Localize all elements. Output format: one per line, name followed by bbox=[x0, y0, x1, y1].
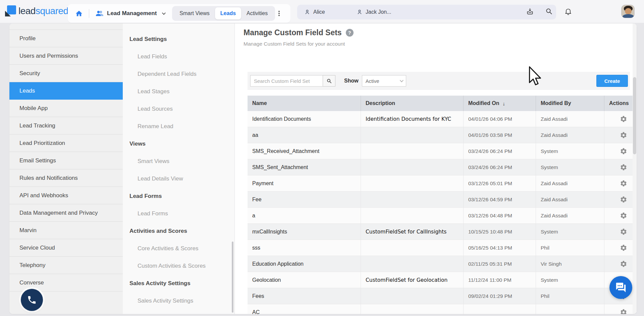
column-header-modified-by[interactable]: Modified By bbox=[536, 96, 604, 111]
submenu-section-views: Views bbox=[123, 135, 234, 153]
phone-call-fab[interactable] bbox=[21, 289, 43, 311]
cell-name: SMS_Received_Attachment bbox=[248, 143, 361, 159]
cell-name: Education Application bbox=[248, 256, 361, 272]
recent-items-bar[interactable]: AliceJack Jon... bbox=[297, 5, 556, 19]
cell-description bbox=[361, 127, 464, 143]
submenu-section-header: Lead Forms bbox=[123, 193, 162, 200]
search-icon[interactable] bbox=[545, 7, 553, 15]
cell-modified-on: 10/15/25 10:48 PM bbox=[464, 224, 536, 240]
workspace-switcher[interactable]: Lead Management bbox=[95, 9, 165, 18]
cell-name: SMS_Sent_Attachment bbox=[248, 159, 361, 175]
help-icon[interactable]: ? bbox=[346, 29, 354, 37]
table-body: Identification DocumentsIdentification D… bbox=[248, 111, 637, 314]
sidebar-item-lead-tracking[interactable]: Lead Tracking bbox=[9, 117, 123, 135]
table-row: Fees09/02/24 01:29 PMPhil bbox=[248, 288, 637, 304]
gear-icon[interactable] bbox=[620, 196, 627, 203]
user-avatar[interactable] bbox=[621, 5, 635, 18]
table-row: AC bbox=[248, 304, 637, 314]
column-header-modified-on[interactable]: Modified On↓ bbox=[464, 96, 536, 111]
cell-name: aa bbox=[248, 127, 361, 143]
sidebar-item-lead-prioritization[interactable]: Lead Prioritization bbox=[9, 135, 123, 152]
submenu-item-lead-details-view[interactable]: Lead Details View bbox=[123, 175, 183, 182]
page-subtitle: Manage Custom Field Sets for your accoun… bbox=[244, 41, 345, 47]
cell-actions bbox=[604, 159, 637, 175]
chat-support-fab[interactable] bbox=[609, 276, 632, 299]
sidebar-item-security[interactable]: Security bbox=[9, 65, 123, 82]
gear-icon[interactable] bbox=[620, 228, 627, 235]
main-scrollbar-track[interactable] bbox=[633, 23, 637, 314]
create-button[interactable]: Create bbox=[596, 75, 628, 87]
submenu-item-row: Lead Fields bbox=[123, 48, 234, 65]
cell-description bbox=[361, 240, 464, 256]
gear-icon[interactable] bbox=[620, 131, 627, 139]
recent-item-alice[interactable]: Alice bbox=[304, 5, 325, 19]
sidebar-item-api-and-webhooks[interactable]: API and Webhooks bbox=[9, 187, 123, 204]
show-filter-select[interactable]: Active bbox=[362, 75, 406, 87]
submenu-item-lead-stages[interactable]: Lead Stages bbox=[123, 88, 169, 95]
submenu-section-lead-settings: Lead Settings bbox=[123, 31, 234, 48]
submenu-item-lead-forms[interactable]: Lead Forms bbox=[123, 210, 168, 217]
sidebar-item-converse[interactable]: Converse bbox=[9, 274, 123, 292]
submenu-scrollbar[interactable] bbox=[232, 242, 233, 313]
recent-item-jack-jon[interactable]: Jack Jon... bbox=[356, 5, 391, 19]
gear-icon[interactable] bbox=[620, 260, 627, 268]
home-icon[interactable] bbox=[75, 10, 83, 17]
gear-icon[interactable] bbox=[620, 148, 627, 155]
submenu-item-core-activities-scores[interactable]: Core Activities & Scores bbox=[123, 245, 198, 252]
page-title: Manage Custom Field Sets bbox=[244, 28, 342, 37]
gear-icon[interactable] bbox=[620, 180, 627, 187]
tab-smart-views[interactable]: Smart Views bbox=[174, 7, 215, 19]
chat-bubbles-icon bbox=[615, 282, 627, 293]
cell-description: Identification Documents for KYC bbox=[361, 111, 464, 127]
import-tray-icon[interactable] bbox=[526, 7, 534, 15]
cell-description: CustomFieldSet for Geolocation bbox=[361, 272, 464, 288]
column-header-actions[interactable]: Actions bbox=[604, 96, 637, 111]
submenu-item-row: Dependent Lead Fields bbox=[123, 65, 234, 83]
gear-icon[interactable] bbox=[620, 244, 627, 252]
sidebar-item-mobile-app[interactable]: Mobile App bbox=[9, 100, 123, 117]
person-icon bbox=[304, 9, 311, 15]
sidebar-item-users-and-permissions[interactable]: Users and Permissions bbox=[9, 47, 123, 65]
submenu-item-dependent-lead-fields[interactable]: Dependent Lead Fields bbox=[123, 71, 197, 77]
cell-name: sss bbox=[248, 240, 361, 256]
tab-leads[interactable]: Leads bbox=[215, 7, 241, 19]
table-row: Fee03/12/26 04:59 PMZaid Assadi bbox=[248, 192, 637, 208]
search-submit-button[interactable] bbox=[323, 75, 335, 87]
submenu-item-lead-sources[interactable]: Lead Sources bbox=[123, 106, 173, 112]
sidebar-item-email-settings[interactable]: Email Settings bbox=[9, 152, 123, 169]
sidebar-item-telephony[interactable]: Telephony bbox=[9, 257, 123, 274]
gear-icon[interactable] bbox=[620, 212, 627, 219]
gear-icon[interactable] bbox=[620, 115, 627, 123]
table-row: SMS_Received_Attachment03/24/26 06:24 PM… bbox=[248, 143, 637, 159]
sidebar-item-data-management-and-privacy[interactable]: Data Management and Privacy bbox=[9, 204, 123, 222]
table-row: mxCallInsightsCustomFieldSet for CallIns… bbox=[248, 224, 637, 240]
submenu-item-sales-activity-settings[interactable]: Sales Activity Settings bbox=[123, 298, 193, 304]
sidebar-item-marvin[interactable]: Marvin bbox=[9, 222, 123, 239]
submenu-item-rename-lead[interactable]: Rename Lead bbox=[123, 123, 173, 130]
sidebar-item-profile[interactable]: Profile bbox=[9, 30, 123, 47]
search-input[interactable] bbox=[250, 75, 323, 87]
cell-modified-by: System bbox=[536, 143, 604, 159]
cell-name: a bbox=[248, 208, 361, 223]
cell-modified-by: Zaid Assadi bbox=[536, 127, 604, 143]
column-header-name[interactable]: Name bbox=[248, 96, 361, 111]
submenu-item-smart-views[interactable]: Smart Views bbox=[123, 158, 169, 165]
submenu-item-custom-activities-scores[interactable]: Custom Activities & Scores bbox=[123, 263, 206, 269]
primary-nav-panel: Lead Management Smart ViewsLeadsActiviti… bbox=[68, 4, 290, 23]
kebab-menu-icon[interactable] bbox=[278, 13, 280, 14]
bell-icon[interactable] bbox=[564, 7, 572, 15]
cell-modified-on: 04/01/26 04:06 PM bbox=[464, 111, 536, 127]
submenu-item-lead-fields[interactable]: Lead Fields bbox=[123, 53, 167, 60]
main-scrollbar-thumb[interactable] bbox=[633, 77, 636, 154]
tab-activities[interactable]: Activities bbox=[241, 7, 273, 19]
gear-icon[interactable] bbox=[620, 309, 627, 314]
sidebar-item-leads[interactable]: Leads bbox=[9, 82, 123, 100]
settings-submenu: Lead SettingsLead FieldsDependent Lead F… bbox=[123, 23, 235, 314]
cell-modified-by: System bbox=[536, 272, 604, 288]
column-header-description[interactable]: Description bbox=[361, 96, 464, 111]
cell-modified-on: 03/12/26 04:48 PM bbox=[464, 208, 536, 223]
sidebar-item-rules-and-notifications[interactable]: Rules and Notifications bbox=[9, 169, 123, 187]
leadsquared-logo[interactable]: leadsquared bbox=[5, 5, 68, 17]
sidebar-item-service-cloud[interactable]: Service Cloud bbox=[9, 239, 123, 257]
gear-icon[interactable] bbox=[620, 164, 627, 171]
